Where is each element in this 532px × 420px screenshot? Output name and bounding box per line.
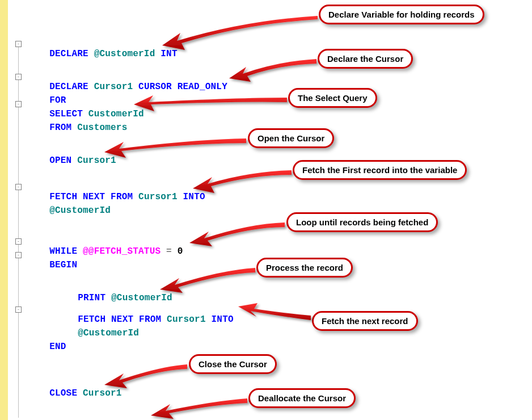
arrow-icon [160,268,255,293]
annotation-arrows [0,0,532,420]
arrow-icon [229,59,316,82]
arrow-icon [151,398,247,419]
arrow-icon [193,170,292,193]
arrow-icon [134,95,287,111]
arrow-icon [162,16,318,50]
arrow-icon [189,222,285,246]
arrow-icon [104,364,187,388]
arrow-icon [104,138,246,158]
arrow-icon [238,303,311,320]
